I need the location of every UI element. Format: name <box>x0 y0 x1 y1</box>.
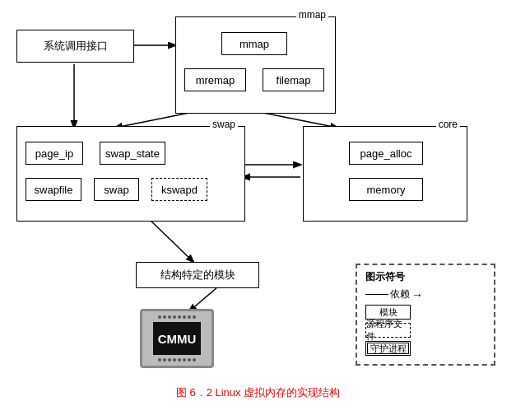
swapfile-btn: swapfile <box>26 178 81 201</box>
mmap-btn: mmap <box>221 32 287 55</box>
core-group-label: core <box>436 119 460 130</box>
svg-line-3 <box>255 111 337 128</box>
cmmu-chip: CMMU <box>140 309 214 368</box>
svg-line-7 <box>189 287 218 311</box>
legend-box: 图示符号 依赖 → 模块 源程序文件 守护进程 <box>356 264 495 366</box>
svg-line-6 <box>148 218 193 262</box>
page-ip-btn: page_ip <box>26 142 83 165</box>
filemap-btn: filemap <box>263 68 324 91</box>
swap-state-btn: swap_state <box>100 142 165 165</box>
legend-dependency: 依赖 → <box>365 287 486 301</box>
arch-module-box: 结构特定的模块 <box>136 262 259 288</box>
swap-group-label: swap <box>210 119 238 130</box>
svg-line-2 <box>115 111 198 128</box>
swap-group: swap page_ip swap_state swapfile swap ks… <box>16 126 245 222</box>
memory-btn: memory <box>349 178 423 201</box>
cmmu-label: CMMU <box>153 322 201 355</box>
mmap-group-label: mmap <box>296 9 328 21</box>
caption: 图 6．2 Linux 虚拟内存的实现结构 <box>0 385 516 400</box>
mmap-group: mmap mmap mremap filemap <box>175 16 336 114</box>
legend-source: 源程序文件 <box>365 323 486 338</box>
page-alloc-btn: page_alloc <box>349 142 423 165</box>
kswapd-btn: kswapd <box>151 178 207 201</box>
diagram: 系统调用接口 mmap mmap mremap filemap swap pag… <box>0 0 516 404</box>
legend-daemon: 守护进程 <box>365 341 486 356</box>
mremap-btn: mremap <box>184 68 246 91</box>
legend-title: 图示符号 <box>365 270 486 284</box>
syscall-box: 系统调用接口 <box>16 30 134 63</box>
core-group: core page_alloc memory <box>303 126 467 222</box>
swap-btn: swap <box>94 178 139 201</box>
